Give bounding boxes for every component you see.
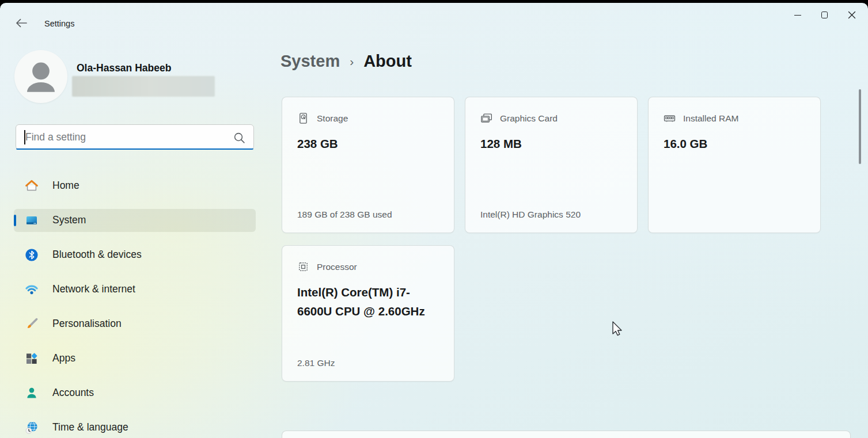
profile-name: Ola-Hassan Habeeb	[77, 62, 171, 74]
search-icon[interactable]	[233, 132, 245, 144]
storage-card: Storage 238 GB 189 GB of 238 GB used	[282, 97, 454, 233]
sidebar-item-label: Personalisation	[52, 318, 122, 330]
system-icon	[25, 214, 39, 227]
sidebar-item-label: Home	[52, 180, 79, 192]
sidebar-item-label: Network & internet	[52, 283, 135, 295]
graphics-value: 128 MB	[480, 134, 626, 153]
page-title: About	[363, 52, 412, 71]
mouse-cursor	[609, 320, 624, 337]
sidebar-item-time-language[interactable]: Time & language	[14, 416, 256, 438]
person-icon	[14, 50, 67, 103]
ram-icon	[664, 112, 676, 124]
sidebar-item-label: Time & language	[52, 421, 128, 433]
card-label: Installed RAM	[683, 113, 738, 124]
graphics-card: Graphics Card 128 MB Intel(R) HD Graphic…	[465, 97, 638, 233]
sidebar-item-bluetooth-devices[interactable]: Bluetooth & devices	[14, 243, 256, 266]
sidebar-item-label: Accounts	[52, 387, 94, 399]
processor-card: Processor Intel(R) Core(TM) i7-6600U CPU…	[282, 245, 454, 382]
sidebar-item-personalisation[interactable]: Personalisation	[14, 313, 256, 336]
sidebar-item-apps[interactable]: Apps	[14, 347, 256, 370]
storage-footer: 189 GB of 238 GB used	[297, 210, 392, 220]
avatar[interactable]	[14, 50, 67, 103]
maximize-button[interactable]	[811, 3, 838, 27]
text-caret	[24, 130, 25, 144]
maximize-icon	[821, 12, 828, 18]
sidebar-item-label: Bluetooth & devices	[52, 249, 142, 261]
ram-card: Installed RAM 16.0 GB	[648, 97, 821, 233]
breadcrumb: System › About	[281, 52, 412, 71]
sidebar-item-system[interactable]: System	[14, 209, 256, 232]
storage-icon	[297, 112, 309, 124]
vertical-scrollbar[interactable]	[859, 89, 861, 164]
settings-window: Settings Ola-Hassan Habeeb	[0, 3, 868, 438]
sidebar-item-label: Apps	[52, 352, 75, 364]
search-box	[16, 124, 254, 150]
close-icon	[848, 11, 856, 19]
redacted-email	[72, 76, 215, 97]
window-controls	[784, 3, 865, 27]
network-icon	[25, 283, 39, 296]
time-language-icon	[25, 421, 39, 435]
search-input[interactable]	[25, 127, 233, 147]
card-label: Storage	[317, 113, 348, 124]
home-icon	[25, 179, 39, 193]
sidebar-item-network-internet[interactable]: Network & internet	[14, 278, 256, 301]
app-title: Settings	[44, 19, 74, 28]
back-button[interactable]	[10, 13, 32, 33]
processor-footer: 2.81 GHz	[297, 358, 335, 368]
breadcrumb-system[interactable]: System	[281, 52, 340, 71]
close-button[interactable]	[838, 3, 865, 27]
sidebar-item-label: System	[52, 214, 86, 226]
graphics-icon	[480, 112, 492, 124]
bluetooth-icon	[25, 248, 39, 262]
partial-card	[282, 431, 851, 438]
storage-value: 238 GB	[297, 134, 442, 153]
graphics-footer: Intel(R) HD Graphics 520	[480, 210, 581, 220]
accounts-icon	[25, 386, 39, 400]
card-label: Processor	[317, 262, 357, 272]
processor-value: Intel(R) Core(TM) i7-6600U CPU @ 2.60GHz	[297, 283, 442, 321]
minimize-button[interactable]	[784, 3, 811, 27]
personalisation-icon	[25, 317, 39, 331]
sidebar-item-home[interactable]: Home	[14, 174, 256, 197]
back-arrow-icon	[14, 16, 28, 30]
ram-value: 16.0 GB	[664, 134, 809, 153]
minimize-icon	[794, 15, 801, 16]
sidebar-item-accounts[interactable]: Accounts	[14, 382, 256, 405]
breadcrumb-separator-icon: ›	[350, 55, 354, 68]
apps-icon	[25, 352, 39, 365]
processor-icon	[297, 261, 309, 273]
card-label: Graphics Card	[500, 113, 558, 124]
titlebar: Settings	[0, 3, 868, 32]
